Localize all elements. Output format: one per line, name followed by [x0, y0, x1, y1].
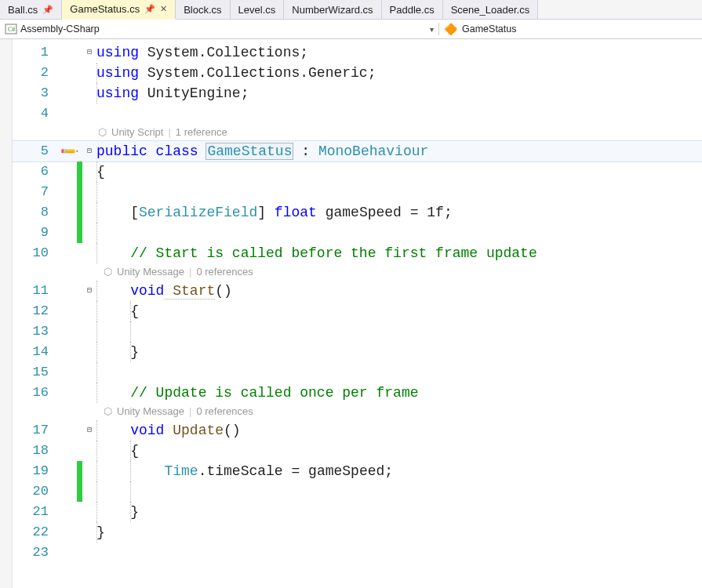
close-icon[interactable]: ✕: [160, 4, 167, 14]
change-marker: [77, 461, 82, 481]
codelens-class[interactable]: ⬡ Unity Script | 1 reference: [96, 122, 227, 143]
navigation-bar: C# Assembly-CSharp ▾ 🔶 GameStatus: [0, 20, 702, 39]
project-dropdown[interactable]: C# Assembly-CSharp ▾: [0, 23, 439, 35]
code-line[interactable]: [96, 182, 130, 202]
code-line[interactable]: }: [96, 522, 105, 543]
tab-label: Scene_Loader.cs: [451, 4, 529, 16]
tab-label: Paddle.cs: [390, 4, 435, 16]
code-line[interactable]: // Start is called before the first fram…: [96, 243, 537, 263]
change-marker: [77, 182, 82, 202]
line-number: 11: [13, 281, 63, 301]
line-number: 2: [13, 63, 63, 83]
document-tab-bar: Ball.cs 📌 GameStatus.cs 📌 ✕ Block.cs Lev…: [0, 0, 702, 20]
line-number: 19: [13, 461, 63, 481]
tab-label: Ball.cs: [8, 4, 38, 16]
unity-icon: ⬡: [98, 122, 107, 143]
line-number: 6: [13, 162, 63, 182]
svg-text:C#: C#: [8, 26, 15, 33]
line-number: 7: [13, 182, 63, 202]
change-marker: [77, 223, 82, 243]
tab-level-cs[interactable]: Level.cs: [231, 0, 285, 19]
line-number: 8: [13, 202, 63, 223]
tab-numberwizard-cs[interactable]: NumberWizard.cs: [284, 0, 381, 19]
code-line[interactable]: public class GameStatus : MonoBehaviour: [96, 141, 428, 162]
line-number: 21: [13, 502, 63, 522]
tab-ball-cs[interactable]: Ball.cs 📌: [0, 0, 62, 19]
line-number: 17: [13, 420, 63, 441]
code-area[interactable]: 1 ⊟ using System.Collections; 2 using Sy…: [13, 39, 702, 588]
line-number: 22: [13, 522, 63, 543]
fold-toggle[interactable]: ⊟: [82, 141, 96, 162]
change-marker: [77, 202, 82, 223]
code-line[interactable]: [96, 321, 164, 342]
fold-toggle[interactable]: ⊟: [82, 42, 96, 63]
tab-label: GameStatus.cs: [70, 3, 140, 15]
code-line[interactable]: [96, 362, 130, 383]
tab-label: Level.cs: [238, 4, 276, 16]
pin-icon[interactable]: 📌: [144, 4, 155, 14]
tab-paddle-cs[interactable]: Paddle.cs: [382, 0, 443, 19]
project-name: Assembly-CSharp: [20, 24, 100, 34]
class-dropdown[interactable]: 🔶 GameStatus: [439, 23, 702, 35]
codelens-start[interactable]: ⬡Unity Message|0 references: [96, 262, 253, 282]
line-number: 23: [13, 543, 63, 563]
line-number: 20: [13, 481, 63, 502]
line-number: 10: [13, 243, 63, 263]
line-number: 14: [13, 342, 63, 362]
change-marker: [77, 481, 82, 502]
class-name: GameStatus: [462, 24, 516, 34]
line-number: 12: [13, 301, 63, 321]
code-editor: 1 ⊟ using System.Collections; 2 using Sy…: [0, 39, 702, 588]
code-line[interactable]: [96, 481, 164, 502]
indicator-margin: [0, 39, 13, 588]
code-line[interactable]: using UnityEngine;: [96, 83, 249, 103]
code-line[interactable]: Time.timeScale = gameSpeed;: [96, 461, 393, 481]
chevron-down-icon: ▾: [430, 25, 434, 34]
code-line[interactable]: using System.Collections.Generic;: [96, 63, 376, 83]
fold-toggle[interactable]: ⊟: [82, 281, 96, 301]
code-line[interactable]: {: [96, 301, 139, 321]
tab-block-cs[interactable]: Block.cs: [176, 0, 230, 19]
code-line[interactable]: void Update(): [96, 420, 241, 441]
quick-action-icon[interactable]: ✏️: [63, 141, 77, 162]
tab-label: NumberWizard.cs: [292, 4, 373, 16]
code-line[interactable]: }: [96, 502, 139, 522]
codelens-update[interactable]: ⬡Unity Message|0 references: [96, 401, 253, 422]
change-marker: [77, 162, 82, 182]
line-number: 5: [13, 141, 63, 162]
code-line[interactable]: void Start(): [96, 281, 232, 301]
line-number: 16: [13, 383, 63, 403]
code-line[interactable]: [96, 223, 130, 243]
tab-label: Block.cs: [184, 4, 221, 16]
tab-gamestatus-cs[interactable]: GameStatus.cs 📌 ✕: [62, 0, 176, 20]
code-line[interactable]: {: [96, 441, 139, 461]
tab-sceneloader-cs[interactable]: Scene_Loader.cs: [443, 0, 538, 19]
fold-toggle[interactable]: ⊟: [82, 420, 96, 441]
line-number: 4: [13, 103, 63, 124]
line-number: 15: [13, 362, 63, 383]
line-number: 9: [13, 223, 63, 243]
class-icon: 🔶: [444, 23, 457, 35]
code-line[interactable]: }: [96, 342, 139, 362]
code-line[interactable]: {: [96, 162, 105, 182]
line-number: 18: [13, 441, 63, 461]
line-number: 1: [13, 42, 63, 63]
unity-icon: ⬡: [104, 262, 112, 282]
code-line[interactable]: // Update is called once per frame: [96, 383, 418, 403]
code-line[interactable]: using System.Collections;: [96, 42, 308, 63]
unity-icon: ⬡: [104, 401, 112, 422]
csharp-project-icon: C#: [5, 23, 17, 35]
line-number: 3: [13, 83, 63, 103]
pin-icon[interactable]: 📌: [42, 5, 53, 15]
code-line[interactable]: [SerializeField] float gameSpeed = 1f;: [96, 202, 453, 223]
line-number: 13: [13, 321, 63, 342]
